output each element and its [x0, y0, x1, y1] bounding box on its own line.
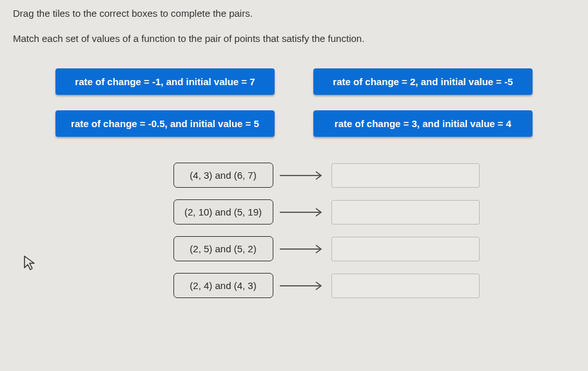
pairs-container: (4, 3) and (6, 7) (2, 10) and (5, 19) (2…: [77, 163, 575, 298]
pair-row: (4, 3) and (6, 7): [173, 163, 480, 188]
cursor-icon: [23, 255, 36, 274]
draggable-tile[interactable]: rate of change = -1, and initial value =…: [55, 68, 275, 95]
drop-zone[interactable]: [331, 274, 480, 298]
arrow-icon: [280, 170, 325, 181]
drop-zone[interactable]: [331, 163, 480, 188]
drop-zone[interactable]: [331, 200, 480, 225]
pair-row: (2, 10) and (5, 19): [173, 199, 480, 225]
arrow-icon: [280, 244, 325, 254]
draggable-tile[interactable]: rate of change = 2, and initial value = …: [313, 68, 533, 95]
pair-row: (2, 4) and (4, 3): [173, 273, 480, 298]
prompt-box: (2, 10) and (5, 19): [173, 199, 273, 225]
prompt-box: (4, 3) and (6, 7): [173, 163, 273, 188]
prompt-box: (2, 5) and (5, 2): [173, 236, 273, 261]
instruction-line-1: Drag the tiles to the correct boxes to c…: [13, 8, 575, 19]
draggable-tile[interactable]: rate of change = -0.5, and initial value…: [55, 110, 275, 137]
pair-row: (2, 5) and (5, 2): [173, 236, 480, 261]
drop-zone[interactable]: [331, 237, 480, 261]
arrow-icon: [280, 281, 325, 291]
instruction-line-2: Match each set of values of a function t…: [13, 33, 575, 44]
prompt-box: (2, 4) and (4, 3): [173, 273, 273, 298]
tiles-container: rate of change = -1, and initial value =…: [13, 68, 575, 137]
draggable-tile[interactable]: rate of change = 3, and initial value = …: [313, 110, 533, 137]
arrow-icon: [280, 207, 325, 217]
